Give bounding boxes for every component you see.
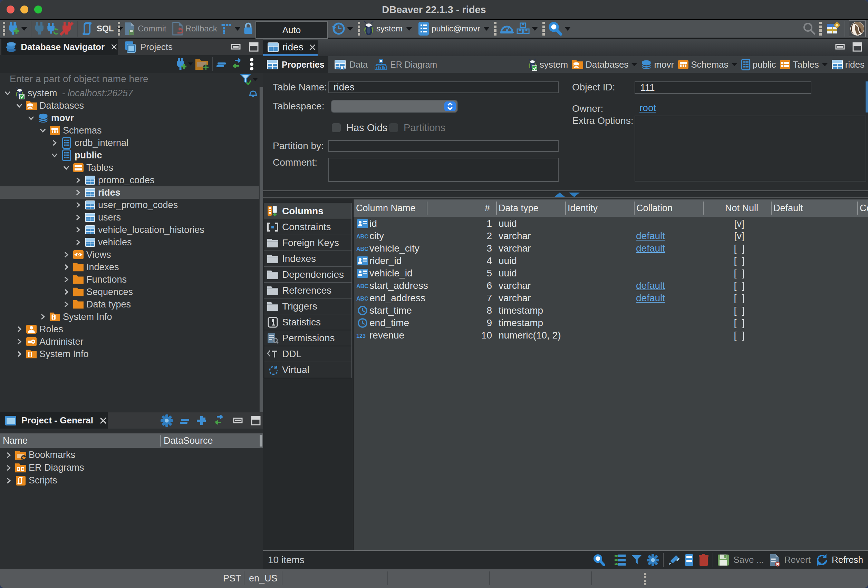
svg-text:ABC: ABC — [356, 283, 368, 289]
svg-text:123: 123 — [356, 333, 366, 339]
svg-text:ABC: ABC — [356, 246, 368, 252]
svg-text:ABC: ABC — [356, 295, 368, 302]
svg-text:ABC: ABC — [356, 233, 368, 239]
